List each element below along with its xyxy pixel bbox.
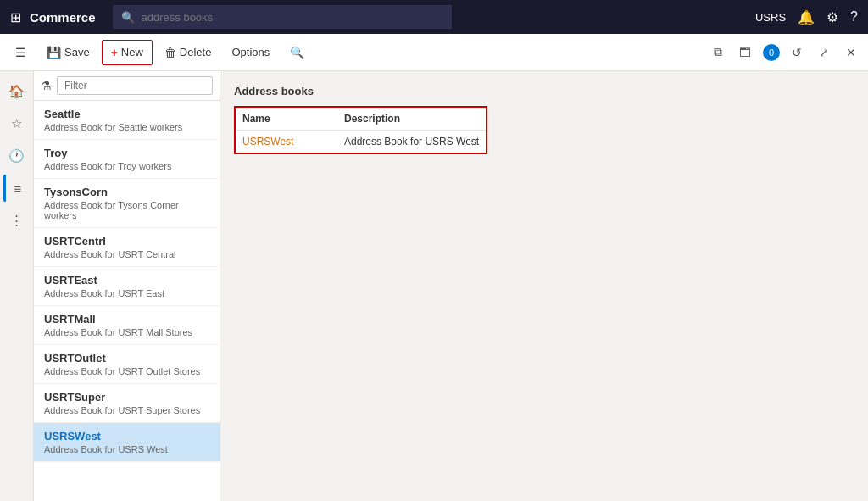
delete-icon: 🗑	[164, 46, 176, 59]
filter-icon[interactable]: ⚗	[41, 79, 52, 92]
list-item-description: Address Book for USRT Outlet Stores	[44, 366, 209, 376]
cmd-icon-1[interactable]: ⧉	[709, 42, 727, 63]
title-bar: ⊞ Commerce 🔍 USRS 🔔 ⚙ ?	[0, 0, 868, 34]
cmd-icon-close[interactable]: ✕	[841, 42, 861, 63]
list-item-name: USRTEast	[44, 274, 209, 287]
list-item-name: USRTCentrl	[44, 235, 209, 248]
list-item-name: USRTSuper	[44, 391, 209, 404]
left-panel: ⚗ SeattleAddress Book for Seattle worker…	[34, 71, 220, 501]
list-item[interactable]: USRTMallAddress Book for USRT Mall Store…	[34, 306, 220, 345]
hamburger-icon: ☰	[15, 46, 26, 59]
nav-list-icon[interactable]: ≡	[3, 175, 31, 202]
list-item[interactable]: USRSWestAddress Book for USRS West	[34, 423, 220, 462]
cmd-icon-2[interactable]: 🗔	[734, 42, 756, 63]
description-column-header: Description	[337, 111, 486, 126]
title-bar-right: USRS 🔔 ⚙ ?	[755, 9, 858, 25]
new-icon: +	[111, 46, 118, 59]
save-button[interactable]: 💾 Save	[38, 41, 98, 64]
list-item[interactable]: USRTEastAddress Book for USRT East	[34, 267, 220, 306]
name-column-header: Name	[236, 111, 337, 126]
delete-button[interactable]: 🗑 Delete	[156, 41, 220, 64]
cmd-icon-expand[interactable]: ⤢	[814, 42, 834, 63]
search-icon: 🔍	[121, 11, 135, 24]
delete-label: Delete	[180, 46, 212, 58]
title-search-box[interactable]: 🔍	[113, 5, 452, 29]
settings-icon[interactable]: ⚙	[826, 9, 838, 25]
list-item-description: Address Book for USRS West	[44, 444, 209, 454]
list-item[interactable]: SeattleAddress Book for Seattle workers	[34, 101, 220, 140]
list-item-name: Seattle	[44, 108, 209, 120]
list-item[interactable]: TysonsCornAddress Book for Tysons Corner…	[34, 179, 220, 228]
table-cell-name: USRSWest	[236, 134, 337, 149]
list-item-description: Address Book for USRT Super Stores	[44, 405, 209, 415]
right-content: Address books Name Description USRSWest …	[220, 71, 868, 501]
list-item-description: Address Book for USRT East	[44, 288, 209, 298]
list-item-description: Address Book for Seattle workers	[44, 122, 209, 132]
list-toolbar: ⚗	[34, 71, 220, 101]
table-header: Name Description	[236, 108, 486, 131]
nav-menu-icon[interactable]: ⋮	[3, 207, 31, 234]
command-bar: ☰ 💾 Save + New 🗑 Delete Options 🔍 ⧉ 🗔 0 …	[0, 34, 868, 71]
list-item-name: Troy	[44, 147, 209, 159]
list-item-name: TysonsCorn	[44, 186, 209, 198]
save-icon: 💾	[47, 46, 61, 59]
list-item-name: USRTOutlet	[44, 352, 209, 365]
cmd-bar-right: ⧉ 🗔 0 ↺ ⤢ ✕	[709, 42, 861, 63]
list-item-description: Address Book for Tysons Corner workers	[44, 200, 209, 220]
list-item[interactable]: TroyAddress Book for Troy workers	[34, 140, 220, 179]
options-button[interactable]: Options	[223, 41, 278, 64]
table-cell-description: Address Book for USRS West	[337, 134, 486, 149]
list-item-name: USRSWest	[44, 430, 209, 443]
main-layout: 🏠 ☆ 🕐 ≡ ⋮ ⚗ SeattleAddress Book for Seat…	[0, 71, 868, 501]
list-item-description: Address Book for Troy workers	[44, 161, 209, 171]
list-item-description: Address Book for USRT Central	[44, 249, 209, 259]
notification-icon[interactable]: 🔔	[798, 9, 815, 25]
list-item[interactable]: USRTCentrlAddress Book for USRT Central	[34, 228, 220, 267]
hamburger-button[interactable]: ☰	[7, 41, 35, 64]
save-label: Save	[64, 46, 90, 58]
search-icon: 🔍	[290, 46, 304, 59]
section-title: Address books	[234, 85, 854, 97]
help-icon[interactable]: ?	[850, 9, 858, 25]
table-row[interactable]: USRSWest Address Book for USRS West	[236, 131, 486, 153]
cmd-icon-notification[interactable]: 0	[763, 44, 780, 61]
options-label: Options	[231, 46, 270, 58]
list-item-name: USRTMall	[44, 313, 209, 326]
app-name: Commerce	[30, 10, 96, 25]
cmd-icon-refresh[interactable]: ↺	[787, 42, 807, 63]
nav-clock-icon[interactable]: 🕐	[3, 142, 31, 170]
nav-star-icon[interactable]: ☆	[3, 110, 31, 137]
list-item[interactable]: USRTOutletAddress Book for USRT Outlet S…	[34, 345, 220, 384]
user-label: USRS	[755, 11, 786, 24]
far-left-nav: 🏠 ☆ 🕐 ≡ ⋮	[0, 71, 34, 501]
address-books-table: Name Description USRSWest Address Book f…	[234, 106, 487, 154]
nav-home-icon[interactable]: 🏠	[3, 78, 31, 105]
list-filter-input[interactable]	[57, 76, 213, 95]
app-grid-icon[interactable]: ⊞	[10, 9, 21, 25]
new-button[interactable]: + New	[102, 40, 153, 65]
list-item-description: Address Book for USRT Mall Stores	[44, 327, 209, 337]
list-items: SeattleAddress Book for Seattle workersT…	[34, 101, 220, 501]
title-search-input[interactable]	[142, 11, 443, 24]
list-item[interactable]: USRTSuperAddress Book for USRT Super Sto…	[34, 384, 220, 423]
new-label: New	[121, 46, 143, 58]
search-button[interactable]: 🔍	[281, 41, 313, 64]
